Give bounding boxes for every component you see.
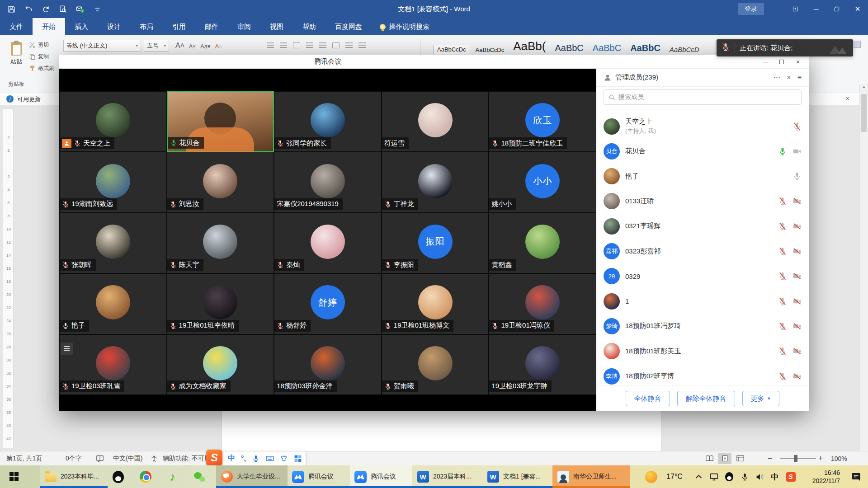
video-tile[interactable]: 刘思汝 xyxy=(167,152,274,212)
tab-审阅[interactable]: 审阅 xyxy=(228,18,260,35)
punctuation-mode-icon[interactable]: °, xyxy=(241,455,246,463)
tab-设计[interactable]: 设计 xyxy=(98,18,130,35)
menu-icon[interactable]: ≡ xyxy=(797,74,802,82)
paragraph-tool-icon[interactable] xyxy=(332,42,340,48)
shrink-font-icon[interactable]: A˅ xyxy=(189,43,196,50)
tell-me-search[interactable]: 操作说明搜索 xyxy=(372,18,438,35)
paragraph-tool-icon[interactable] xyxy=(267,42,274,48)
camera-muted-icon[interactable] xyxy=(793,297,802,306)
mic-on-icon[interactable] xyxy=(793,172,802,181)
taskbar-clock[interactable]: 16:46 2022/11/7 xyxy=(812,465,840,488)
camera-muted-icon[interactable] xyxy=(793,347,802,356)
grow-font-icon[interactable]: A˄ xyxy=(175,42,184,50)
accessibility-status[interactable]: 辅助功能: 不可用 xyxy=(163,451,211,465)
camera-muted-icon[interactable] xyxy=(793,197,802,206)
mic-muted-icon[interactable] xyxy=(778,272,787,281)
paragraph-tool-icon[interactable] xyxy=(345,42,353,48)
style-preview[interactable]: AaBbC xyxy=(589,42,625,54)
taskbar-item-文档1兼容[interactable]: W文档1 [兼容... xyxy=(482,465,552,488)
tab-帮助[interactable]: 帮助 xyxy=(293,18,326,35)
mic-muted-icon[interactable] xyxy=(778,347,787,356)
close-icon[interactable]: ✕ xyxy=(847,0,868,18)
action-center-icon[interactable] xyxy=(851,465,862,488)
mic-muted-icon[interactable] xyxy=(778,297,787,306)
qq-tray-icon[interactable] xyxy=(722,465,736,488)
video-tile[interactable]: 天空之上 xyxy=(59,91,167,152)
search-member-input[interactable]: 搜索成员 xyxy=(604,89,802,105)
video-tile[interactable]: 欣玉18预防二班宁佳欣玉 xyxy=(489,91,596,152)
video-tile[interactable]: 艳子 xyxy=(59,273,167,334)
mic-tray-icon[interactable] xyxy=(738,465,751,488)
cut-button[interactable]: 剪切 xyxy=(29,40,49,50)
mic-muted-icon[interactable] xyxy=(793,122,802,131)
tab-视图[interactable]: 视图 xyxy=(260,18,293,35)
skin-icon[interactable] xyxy=(280,455,288,463)
video-tile[interactable]: 成为文档收藏家 xyxy=(167,334,274,395)
scroll-up-icon[interactable]: ▲ xyxy=(860,85,868,89)
close-icon[interactable]: × xyxy=(792,56,804,68)
taskbar-item-南华公卫师生[interactable]: 南华公卫师生... xyxy=(552,465,630,488)
camera-muted-icon[interactable] xyxy=(793,247,802,256)
tab-百度网盘[interactable]: 百度网盘 xyxy=(326,18,372,35)
style-preview[interactable]: AaBbC xyxy=(551,42,587,54)
format-painter-button[interactable]: 格式刷 xyxy=(29,63,54,73)
mic-active-icon[interactable] xyxy=(778,147,787,156)
more-button[interactable]: 更多▼ xyxy=(742,391,780,406)
more-ellipsis-icon[interactable]: ⋯ xyxy=(773,73,780,82)
video-tile[interactable]: 19卫检03班巩雪 xyxy=(59,334,167,395)
member-row[interactable]: 嘉祁0323彭嘉祁 xyxy=(596,239,809,264)
copy-button[interactable]: 复制 xyxy=(29,52,49,61)
taskbar-item[interactable] xyxy=(135,465,162,488)
video-tile[interactable]: 陈天宇 xyxy=(167,213,274,273)
keyboard-icon[interactable] xyxy=(266,455,274,463)
restore-icon[interactable] xyxy=(826,0,847,18)
member-row[interactable]: 290329 xyxy=(596,264,809,289)
paragraph-tool-icon[interactable] xyxy=(319,42,326,48)
camera-muted-icon[interactable] xyxy=(793,372,802,381)
video-tile[interactable]: 张同学的家长 xyxy=(274,91,382,152)
member-row[interactable]: 梦琦18预防01班冯梦琦 xyxy=(596,314,809,338)
login-button[interactable]: 登录 xyxy=(738,3,764,15)
web-layout-icon[interactable] xyxy=(733,453,747,464)
chevron-up-icon[interactable] xyxy=(692,465,705,488)
start-button[interactable] xyxy=(0,465,28,488)
video-tile[interactable]: 振阳李振阳 xyxy=(382,213,489,273)
tab-布局[interactable]: 布局 xyxy=(130,18,163,35)
paragraph-tool-icon[interactable] xyxy=(306,42,313,48)
word-count[interactable]: 0个字 xyxy=(66,451,82,465)
camera-muted-icon[interactable] xyxy=(793,272,802,281)
mic-muted-icon[interactable] xyxy=(778,222,787,231)
accessibility-icon[interactable] xyxy=(151,451,158,465)
toolbox-icon[interactable] xyxy=(294,455,302,463)
mic-muted-icon[interactable] xyxy=(778,372,787,381)
maximize-icon[interactable] xyxy=(775,56,788,68)
tab-插入[interactable]: 插入 xyxy=(65,18,98,35)
print-layout-icon[interactable] xyxy=(718,453,731,464)
ime-zh-mode[interactable]: 中 xyxy=(228,454,235,463)
zoom-in-icon[interactable]: + xyxy=(818,451,823,465)
read-mode-icon[interactable] xyxy=(703,453,716,464)
video-tile[interactable]: 秦灿 xyxy=(274,213,382,273)
clipboard-group-label[interactable]: 剪贴板 xyxy=(8,80,24,88)
video-tile[interactable]: 小小姚小小 xyxy=(489,152,596,212)
sogou-logo-icon[interactable]: S xyxy=(206,450,222,466)
video-tile[interactable]: 贺雨曦 xyxy=(382,334,489,395)
member-row[interactable]: 天空之上(主持人, 我) xyxy=(596,114,809,139)
tab-邮件[interactable]: 邮件 xyxy=(195,18,228,35)
minimize-icon[interactable]: ─ xyxy=(759,56,772,68)
taskbar-item-腾讯会议[interactable]: 腾讯会议 xyxy=(288,465,350,488)
video-tile[interactable]: 丁祥龙 xyxy=(382,152,489,212)
zoom-percent[interactable]: 100% xyxy=(831,451,847,465)
sogou-tray-icon[interactable]: S xyxy=(784,465,797,488)
video-tile[interactable]: 19卫检03班龙宇翀 xyxy=(489,334,596,395)
taskbar-item-腾讯会议[interactable]: 腾讯会议 xyxy=(350,465,412,488)
mic-muted-icon[interactable] xyxy=(778,322,787,331)
speaker-icon[interactable] xyxy=(753,465,767,488)
tab-文件[interactable]: 文件 xyxy=(0,18,33,35)
font-name-select[interactable]: 等线 (中文正文)▾ xyxy=(63,40,141,52)
taskbar-item[interactable] xyxy=(189,465,216,488)
page-indicator[interactable]: 第1页, 共1页 xyxy=(6,451,42,465)
member-row[interactable]: 0321李瑶辉 xyxy=(596,214,809,239)
zoom-slider[interactable] xyxy=(780,458,816,459)
video-tile[interactable]: 18预防03班孙金洋 xyxy=(274,334,382,395)
